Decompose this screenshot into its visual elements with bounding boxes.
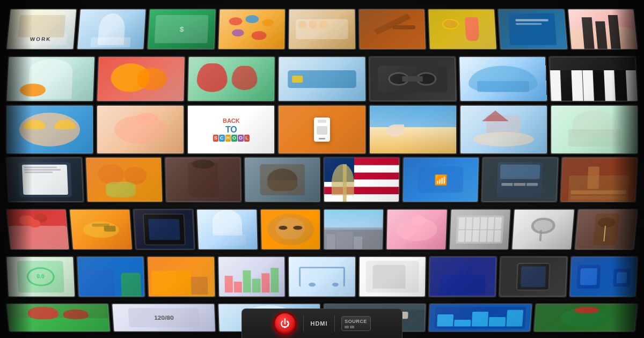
screen-row-6: 0.0 bbox=[5, 256, 639, 297]
screen-r5s1 bbox=[5, 209, 70, 250]
screen-r2s1 bbox=[5, 56, 96, 102]
screen-r5s5 bbox=[260, 209, 321, 250]
screen-r7s2: 120/80 bbox=[111, 303, 216, 332]
back-to-school-text: BACK TO S C H O O L bbox=[213, 117, 250, 142]
screen-r1s9 bbox=[567, 9, 639, 50]
screen-r5s8 bbox=[449, 209, 512, 250]
screen-r7s6 bbox=[533, 303, 639, 332]
screen-r4s8 bbox=[560, 157, 639, 203]
screen-r1s4 bbox=[217, 9, 286, 50]
screen-r1s6 bbox=[358, 9, 427, 50]
screen-r6s2 bbox=[76, 256, 146, 297]
screen-r6s4 bbox=[217, 256, 286, 297]
source-button[interactable]: SOURCE bbox=[341, 316, 371, 331]
screen-row-5 bbox=[5, 209, 639, 250]
screen-r5s9 bbox=[511, 209, 575, 250]
screen-r2s2 bbox=[96, 56, 186, 102]
screen-back-to-school: BACK TO S C H O O L bbox=[187, 105, 275, 155]
screen-r6s0: 0.0 bbox=[5, 256, 76, 297]
screen-r5s6 bbox=[323, 209, 384, 250]
screen-r4s1 bbox=[5, 157, 84, 203]
screen-r2s3 bbox=[187, 56, 276, 102]
screen-r6s9 bbox=[568, 256, 639, 297]
screen-r3s1 bbox=[5, 105, 94, 155]
screen-r5s3 bbox=[133, 209, 196, 250]
screen-r1s1: WORK bbox=[5, 9, 77, 50]
screen-r1s7 bbox=[428, 9, 497, 50]
control-divider-2 bbox=[334, 315, 335, 332]
screen-r1s5 bbox=[288, 9, 356, 50]
screen-orange-device bbox=[277, 105, 366, 155]
screen-r1s8 bbox=[497, 9, 568, 50]
screen-row-4: 📶 bbox=[5, 157, 639, 203]
screen-r6s5 bbox=[288, 256, 356, 297]
screen-r6s7 bbox=[428, 256, 497, 297]
screen-usa-flag bbox=[323, 157, 400, 203]
screen-r4s2 bbox=[85, 157, 163, 203]
control-bar: HDMI SOURCE bbox=[241, 308, 402, 338]
screen-r5s2 bbox=[69, 209, 133, 250]
screen-r7s5 bbox=[428, 303, 532, 332]
screen-r5s7 bbox=[386, 209, 448, 250]
screen-r3s2 bbox=[96, 105, 185, 155]
screen-row-1: WORK $ bbox=[5, 9, 639, 50]
screen-wall: WORK $ bbox=[5, 5, 639, 333]
screen-r4s6: 📶 bbox=[402, 157, 480, 203]
hdmi-label: HDMI bbox=[310, 320, 327, 327]
screen-r6s6 bbox=[358, 256, 427, 297]
screen-r1s3: $ bbox=[147, 9, 216, 50]
screen-r2s6 bbox=[458, 56, 548, 102]
screen-r3s7 bbox=[550, 105, 639, 155]
screen-r2s5 bbox=[368, 56, 457, 102]
screen-r1s2 bbox=[76, 9, 147, 50]
screen-r5s10 bbox=[574, 209, 639, 250]
screen-r2s4 bbox=[277, 56, 366, 102]
screen-r7s1 bbox=[5, 303, 111, 332]
screen-row-2 bbox=[5, 56, 639, 102]
source-label: SOURCE bbox=[345, 319, 367, 328]
screen-r2s7 bbox=[548, 56, 639, 102]
screen-r6s8 bbox=[499, 256, 568, 297]
screen-row-3: BACK TO S C H O O L bbox=[5, 105, 639, 155]
screen-r6s3 bbox=[147, 256, 216, 297]
video-wall: WORK $ bbox=[0, 0, 644, 338]
power-button[interactable] bbox=[273, 312, 297, 335]
screen-r4s3 bbox=[164, 157, 242, 203]
control-divider-1 bbox=[303, 315, 304, 332]
screen-r4s4 bbox=[244, 157, 321, 203]
screen-r4s7 bbox=[481, 157, 559, 203]
screen-r5s4 bbox=[196, 209, 258, 250]
screen-r3s6 bbox=[459, 105, 548, 155]
screen-r3s5 bbox=[369, 105, 457, 155]
